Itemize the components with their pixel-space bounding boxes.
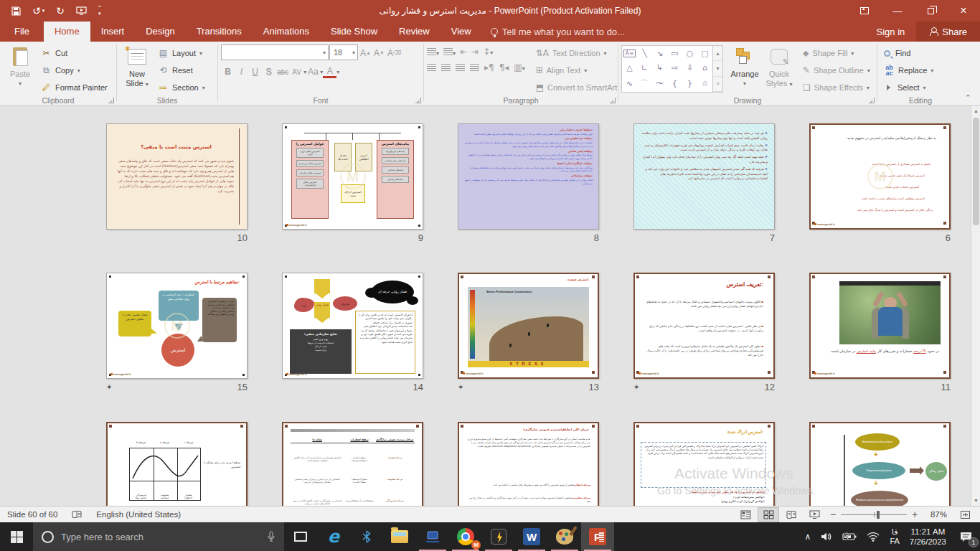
tab-animations[interactable]: Animations xyxy=(253,22,320,42)
shape-effects-button[interactable]: ❑Shape Effects▾ xyxy=(799,79,874,96)
tell-me-box[interactable]: Tell me what you want to do... xyxy=(482,22,633,42)
ribbon-display-options-button[interactable] xyxy=(848,0,881,22)
line-shape-icon[interactable]: ╲ xyxy=(642,49,647,58)
rounded-rectangle-shape-icon[interactable]: ▢ xyxy=(701,49,708,58)
shrink-font-button[interactable]: A▼ xyxy=(372,46,386,60)
font-name-combo[interactable]: ▾ xyxy=(221,44,329,60)
customize-qat-icon[interactable]: ▾ xyxy=(98,6,101,17)
text-shadow-button[interactable]: S xyxy=(262,65,275,79)
select-button[interactable]: Select▾ xyxy=(880,79,937,96)
slide-counter[interactable]: Slide 60 of 60 xyxy=(0,510,65,519)
clear-formatting-button[interactable]: A⌫ xyxy=(386,46,402,60)
tab-home[interactable]: Home xyxy=(44,22,90,42)
taskbar-bluetooth-button[interactable] xyxy=(350,522,383,551)
grow-font-button[interactable]: A▲ xyxy=(359,46,372,60)
spell-check-icon[interactable] xyxy=(65,510,89,519)
shape-fill-button[interactable]: ⬥Shape Fill▾ xyxy=(799,44,874,62)
character-spacing-button[interactable]: AV xyxy=(290,65,303,79)
scroll-up-icon[interactable]: ▲ xyxy=(971,106,980,116)
decrease-indent-icon[interactable]: ⇤ xyxy=(460,47,467,57)
copy-button[interactable]: ⧉Copy▾ xyxy=(37,62,111,79)
oval-shape-icon[interactable]: ○ xyxy=(687,49,694,58)
triangle-shape-icon[interactable]: △ xyxy=(626,63,632,72)
undo-caret-icon[interactable]: ▾ xyxy=(42,9,45,14)
font-color-button[interactable]: A xyxy=(323,66,336,78)
restore-button[interactable] xyxy=(914,0,947,22)
ltr-direction-button[interactable]: ▸¶ xyxy=(484,62,494,72)
shapes-gallery-scroll[interactable]: ▲▼≡ xyxy=(713,45,723,93)
bullets-button[interactable]: ▾ xyxy=(427,45,439,58)
tray-chevron-icon[interactable]: ∧ xyxy=(800,522,816,551)
right-brace-shape-icon[interactable]: } xyxy=(687,79,692,88)
elbow-shape-icon[interactable]: ∟ xyxy=(641,63,648,72)
strikethrough-button[interactable]: abc xyxy=(275,65,290,79)
curve-shape-icon[interactable]: 〜 xyxy=(656,78,664,89)
slide-thumbnail-row3-5[interactable]: Emotional exhaustion + Depersonalization… xyxy=(809,422,951,506)
close-button[interactable]: × xyxy=(947,0,980,22)
increase-indent-icon[interactable]: ⇥ xyxy=(471,47,479,57)
tab-design[interactable]: Design xyxy=(135,22,185,42)
taskbar-word-button[interactable]: W xyxy=(515,522,548,551)
paste-button[interactable]: Paste▾ xyxy=(3,44,37,88)
slide-thumbnail-14[interactable]: فشار روانی حرفه ای سازمان فرد فشار روانی… xyxy=(282,273,423,379)
slide-thumbnail-12[interactable]: تعریف استرس: الگوی پیچیده حالتهای احساسی… xyxy=(633,273,775,379)
tab-view[interactable]: View xyxy=(440,22,482,42)
tab-file[interactable]: File xyxy=(0,22,44,42)
slideshow-view-button[interactable] xyxy=(804,507,825,522)
taskbar-chrome-button[interactable]: M xyxy=(449,522,482,551)
tab-insert[interactable]: Insert xyxy=(90,22,136,42)
text-direction-button[interactable]: ⇅AText Direction▾ xyxy=(532,44,628,62)
paragraph-dialog-launcher[interactable] xyxy=(610,98,616,103)
numbering-button[interactable]: ▾ xyxy=(443,45,456,58)
microphone-icon[interactable] xyxy=(267,531,275,542)
slide-thumbnail-7[interactable]: هر چند در سایه پیشرفت علم پزشکی بسیاری ا… xyxy=(633,123,775,230)
search-box[interactable]: Type here to search xyxy=(33,522,284,551)
change-case-button[interactable]: Aa xyxy=(306,65,320,79)
share-button[interactable]: Share xyxy=(916,22,980,42)
justify-button[interactable] xyxy=(470,64,479,71)
quick-styles-button[interactable]: Quick Styles ▾ xyxy=(762,44,796,89)
battery-icon[interactable] xyxy=(837,522,862,551)
italic-button[interactable]: I xyxy=(235,65,248,79)
wifi-icon[interactable] xyxy=(862,522,885,551)
zoom-slider-thumb[interactable] xyxy=(877,511,880,519)
start-button[interactable] xyxy=(0,522,33,551)
font-dialog-launcher[interactable] xyxy=(415,98,421,103)
minimize-button[interactable]: — xyxy=(881,0,914,22)
left-brace-shape-icon[interactable]: { xyxy=(672,79,677,88)
slide-sorter-view-button[interactable] xyxy=(758,507,779,522)
drawing-dialog-launcher[interactable] xyxy=(869,98,875,103)
slide-thumbnail-13[interactable]: استرس چیست: Stress Performance Connectio… xyxy=(458,273,599,379)
clock[interactable]: 11:21 AM7/26/2023 xyxy=(905,522,951,551)
language-switcher[interactable]: فاFA xyxy=(885,522,904,551)
collapse-ribbon-icon[interactable]: ⌃ xyxy=(965,93,971,103)
scrollbar-thumb[interactable] xyxy=(973,118,979,225)
save-icon[interactable] xyxy=(11,6,21,16)
layout-button[interactable]: ▤Layout▾ xyxy=(154,44,209,62)
columns-button[interactable]: ▥▾ xyxy=(514,62,524,72)
language-indicator[interactable]: English (United States) xyxy=(89,510,188,519)
start-from-beginning-icon[interactable] xyxy=(76,6,87,16)
shapes-gallery[interactable]: A≡ ╲ ↘ ▭ ○ ▢ △ ∟ ↳ ⇨ ⇩ ⌂ ∿ ⌒ 〜 { } ☆ xyxy=(621,45,713,93)
normal-view-button[interactable] xyxy=(735,507,756,522)
pentagon-shape-icon[interactable]: ⌂ xyxy=(702,63,707,72)
scribble-shape-icon[interactable]: ∿ xyxy=(626,79,633,88)
taskbar-winamp-button[interactable] xyxy=(482,522,515,551)
down-arrow-shape-icon[interactable]: ⇩ xyxy=(687,63,693,72)
slide-thumbnail-row3-2[interactable]: مراحل سندرم عمومی سازگاری سطح اضطراب نشا… xyxy=(282,422,423,506)
taskbar-edge-button[interactable]: e xyxy=(317,522,350,551)
align-right-button[interactable] xyxy=(456,64,465,71)
reset-button[interactable]: ⟲Reset xyxy=(154,62,209,79)
zoom-level[interactable]: 87% xyxy=(923,510,953,519)
rtl-direction-button[interactable]: ¶◂ xyxy=(499,62,509,72)
arrow-shape-icon[interactable]: ↘ xyxy=(656,49,663,58)
new-slide-button[interactable]: New Slide ▾ xyxy=(120,44,154,89)
slide-thumbnail-row3-3[interactable]: جریان کلی انطباق(سندرم عمومی سازگاری) بق… xyxy=(458,422,599,506)
zoom-slider[interactable] xyxy=(841,507,907,522)
task-view-button[interactable] xyxy=(284,522,317,551)
taskbar-paint-button[interactable] xyxy=(548,522,581,551)
underline-button[interactable]: U xyxy=(248,65,262,79)
align-center-button[interactable] xyxy=(441,64,451,71)
slide-thumbnail-15[interactable]: مفاهیم مرتبط با استرس: اضطراب: جنبه احسا… xyxy=(106,273,248,379)
vertical-scrollbar[interactable]: ▲ ▼ xyxy=(971,106,980,506)
